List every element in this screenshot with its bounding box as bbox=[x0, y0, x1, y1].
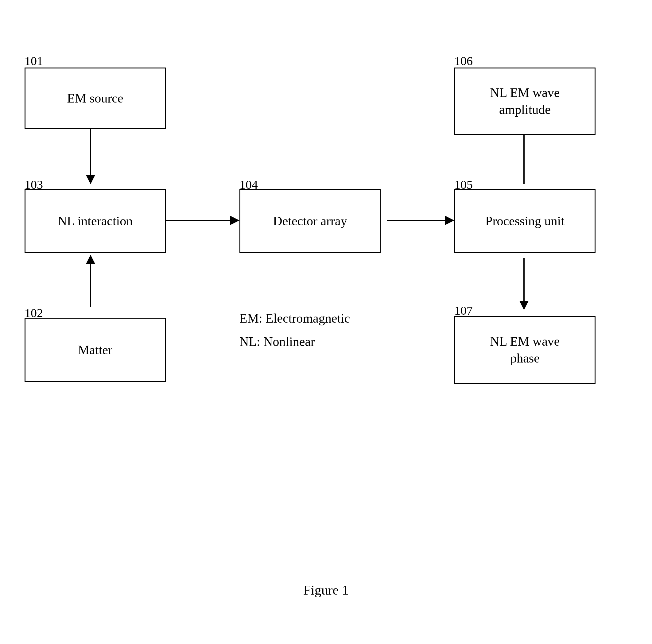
figure-caption: Figure 1 bbox=[0, 582, 652, 598]
em-source-box: EM source bbox=[25, 68, 166, 129]
legend-line1: EM: Electromagnetic bbox=[239, 307, 350, 330]
nl-interaction-label: NL interaction bbox=[58, 213, 133, 230]
svg-marker-7 bbox=[445, 216, 454, 225]
detector-array-box: Detector array bbox=[239, 189, 381, 253]
em-source-label: EM source bbox=[67, 90, 123, 107]
svg-marker-1 bbox=[86, 175, 95, 184]
nl-interaction-box: NL interaction bbox=[25, 189, 166, 253]
processing-unit-label: Processing unit bbox=[485, 213, 565, 230]
detector-array-label: Detector array bbox=[273, 213, 347, 230]
svg-marker-3 bbox=[86, 255, 95, 264]
svg-marker-5 bbox=[230, 216, 239, 225]
legend-line2: NL: Nonlinear bbox=[239, 330, 350, 354]
label-107: 107 bbox=[454, 303, 473, 318]
nl-em-phase-box: NL EM wavephase bbox=[454, 316, 596, 384]
nl-em-amplitude-label: NL EM waveamplitude bbox=[490, 84, 560, 118]
nl-em-amplitude-box: NL EM waveamplitude bbox=[454, 68, 596, 135]
matter-label: Matter bbox=[78, 342, 112, 358]
matter-box: Matter bbox=[25, 318, 166, 382]
processing-unit-box: Processing unit bbox=[454, 189, 596, 253]
legend: EM: Electromagnetic NL: Nonlinear bbox=[239, 307, 350, 353]
diagram: 101 EM source 103 NL interaction 102 Mat… bbox=[0, 0, 652, 644]
svg-marker-11 bbox=[519, 301, 528, 310]
nl-em-phase-label: NL EM wavephase bbox=[490, 333, 560, 367]
label-101: 101 bbox=[25, 54, 43, 68]
label-106: 106 bbox=[454, 54, 473, 68]
